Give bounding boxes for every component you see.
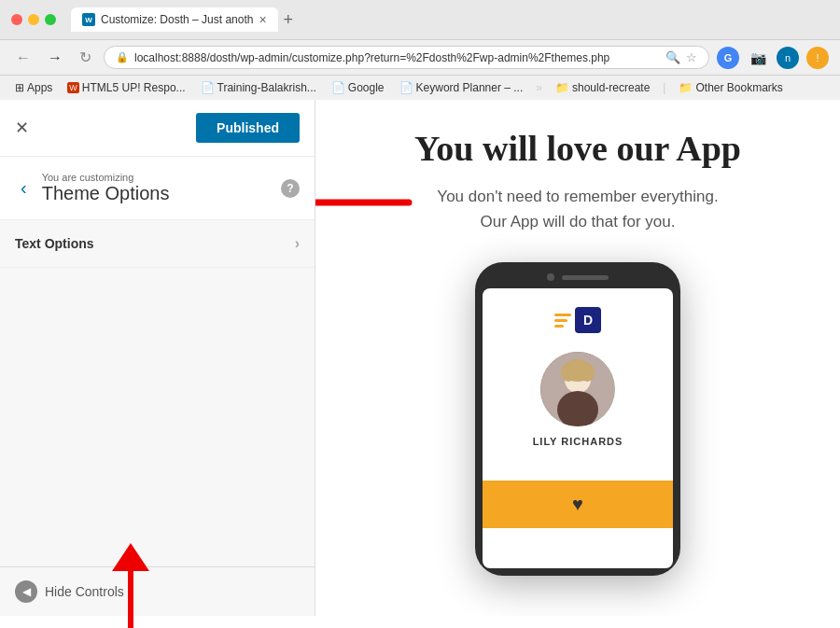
customizing-label: You are customizing xyxy=(42,172,170,183)
logo-line-2 xyxy=(554,319,567,322)
html5-label: HTML5 UP! Respo... xyxy=(82,81,186,94)
phone-mockup: D xyxy=(475,262,680,576)
logo-line-3 xyxy=(554,325,564,328)
phone-footer: ♥ xyxy=(483,481,673,528)
customizer-sidebar: ✕ Published ‹ You are customizing Theme … xyxy=(0,100,315,616)
bookmark-star-icon[interactable]: ☆ xyxy=(686,50,697,64)
preview-subtext-line1: You don't need to remember everything. xyxy=(437,188,718,205)
minimize-window-dot[interactable] xyxy=(28,14,39,25)
svg-point-8 xyxy=(561,363,576,382)
forward-nav-button[interactable]: → xyxy=(43,48,67,68)
bookmarks-keyword[interactable]: 📄 Keyword Planner – ... xyxy=(396,79,527,96)
bookmarks-training[interactable]: 📄 Training-Balakrish... xyxy=(197,79,320,96)
nav-icon-buttons: G 📷 n ! xyxy=(717,47,829,69)
bookmarks-html5[interactable]: W HTML5 UP! Respo... xyxy=(63,79,189,96)
svg-point-9 xyxy=(580,363,595,382)
lock-icon: 🔒 xyxy=(116,51,129,63)
tab-close-button[interactable]: × xyxy=(259,12,266,27)
back-button[interactable]: ‹ xyxy=(15,177,33,199)
main-layout: ✕ Published ‹ You are customizing Theme … xyxy=(0,100,840,616)
preview-subtext: You don't need to remember everything. O… xyxy=(437,184,718,234)
close-window-dot[interactable] xyxy=(11,14,22,25)
preview-area: You will love our App You don't need to … xyxy=(315,100,840,616)
bookmarks-bar: ⊞ Apps W HTML5 UP! Respo... 📄 Training-B… xyxy=(0,75,840,100)
phone-camera xyxy=(547,273,554,281)
search-icon: 🔍 xyxy=(665,50,680,64)
customizing-info: You are customizing Theme Options xyxy=(42,172,170,204)
preview-heading: You will love our App xyxy=(414,128,741,169)
help-icon-button[interactable]: ? xyxy=(281,179,300,198)
hide-controls-icon: ◀ xyxy=(15,580,37,603)
new-tab-button[interactable]: + xyxy=(284,10,294,30)
training-favicon: 📄 xyxy=(201,81,215,94)
published-button[interactable]: Published xyxy=(196,113,300,143)
html5-favicon: W xyxy=(67,82,79,93)
red-arrow-up-annotation xyxy=(103,538,159,628)
avatar-circle xyxy=(540,352,615,426)
window-controls xyxy=(11,14,56,25)
bookmarks-google[interactable]: 📄 Google xyxy=(328,79,388,96)
should-recreate-label: should-recreate xyxy=(572,81,650,94)
keyword-label: Keyword Planner – ... xyxy=(416,81,524,94)
other-folder-icon: 📁 xyxy=(679,81,693,94)
customizing-title: Theme Options xyxy=(42,183,170,204)
address-bar[interactable]: 🔒 localhost:8888/dosth/wp-admin/customiz… xyxy=(104,46,709,69)
phone-screen-content: D xyxy=(483,288,673,481)
logo-lines xyxy=(554,314,571,328)
red-arrow-right-annotation xyxy=(315,179,413,230)
phone-top-bar xyxy=(483,273,673,281)
google-favicon: 📄 xyxy=(331,81,345,94)
bookmarks-apps[interactable]: ⊞ Apps xyxy=(11,79,56,96)
sidebar-content xyxy=(0,268,315,566)
logo-line-1 xyxy=(554,314,571,316)
text-options-section: Text Options › xyxy=(0,220,315,268)
other-bookmarks-label: Other Bookmarks xyxy=(695,81,782,94)
google-label: Google xyxy=(348,81,385,94)
heart-icon: ♥ xyxy=(572,494,583,515)
browser-chrome: W Customize: Dosth – Just anoth × + ← → … xyxy=(0,0,840,100)
reload-nav-button[interactable]: ↻ xyxy=(75,47,96,68)
bookmark-separator: » xyxy=(536,81,542,94)
active-tab[interactable]: W Customize: Dosth – Just anoth × xyxy=(71,7,278,32)
user-avatar-button[interactable]: n xyxy=(777,47,799,69)
close-customizer-button[interactable]: ✕ xyxy=(15,118,29,138)
text-options-label: Text Options xyxy=(15,236,94,251)
apps-label: Apps xyxy=(27,81,52,94)
folder-icon: 📁 xyxy=(555,81,569,94)
tab-favicon: W xyxy=(82,13,95,26)
phone-speaker xyxy=(562,275,609,280)
tab-bar: W Customize: Dosth – Just anoth × + xyxy=(71,7,293,32)
url-text: localhost:8888/dosth/wp-admin/customize.… xyxy=(134,51,660,64)
bookmarks-should-recreate[interactable]: 📁 should-recreate xyxy=(552,79,653,96)
customizing-section: ‹ You are customizing Theme Options ? xyxy=(0,157,315,220)
title-bar: W Customize: Dosth – Just anoth × + xyxy=(0,0,840,39)
navigation-bar: ← → ↻ 🔒 localhost:8888/dosth/wp-admin/cu… xyxy=(0,39,840,75)
avatar-name: LILY RICHARDS xyxy=(533,436,623,447)
bookmarks-other[interactable]: 📁 Other Bookmarks xyxy=(675,79,786,96)
logo-square: D xyxy=(575,307,601,333)
google-button[interactable]: G xyxy=(717,47,739,69)
svg-marker-1 xyxy=(112,543,149,571)
phone-screen: D xyxy=(483,288,673,568)
apps-grid-icon: ⊞ xyxy=(15,81,24,94)
keyword-favicon: 📄 xyxy=(399,81,413,94)
training-label: Training-Balakrish... xyxy=(217,81,316,94)
sidebar-header: ✕ Published xyxy=(0,100,315,157)
back-nav-button[interactable]: ← xyxy=(11,48,35,68)
bookmark-separator-2: | xyxy=(663,81,665,94)
warning-button[interactable]: ! xyxy=(806,47,829,69)
chevron-right-icon: › xyxy=(295,235,300,252)
screenshot-button[interactable]: 📷 xyxy=(747,47,769,69)
maximize-window-dot[interactable] xyxy=(45,14,56,25)
preview-subtext-line2: Our App will do that for you. xyxy=(481,213,676,230)
tab-title: Customize: Dosth – Just anoth xyxy=(101,13,253,26)
text-options-button[interactable]: Text Options › xyxy=(0,220,315,267)
app-logo: D xyxy=(554,307,601,333)
